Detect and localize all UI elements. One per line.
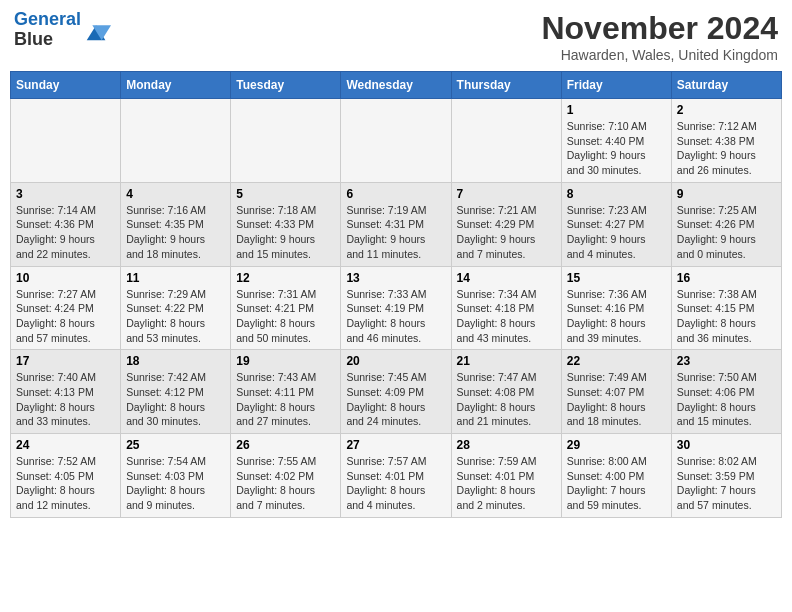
- day-info: Sunrise: 7:55 AM Sunset: 4:02 PM Dayligh…: [236, 454, 335, 513]
- subtitle: Hawarden, Wales, United Kingdom: [541, 47, 778, 63]
- day-info: Sunrise: 7:47 AM Sunset: 4:08 PM Dayligh…: [457, 370, 556, 429]
- calendar-cell: 7Sunrise: 7:21 AM Sunset: 4:29 PM Daylig…: [451, 182, 561, 266]
- day-number: 10: [16, 271, 115, 285]
- calendar-cell: [451, 99, 561, 183]
- day-info: Sunrise: 7:16 AM Sunset: 4:35 PM Dayligh…: [126, 203, 225, 262]
- calendar-cell: 13Sunrise: 7:33 AM Sunset: 4:19 PM Dayli…: [341, 266, 451, 350]
- calendar-body: 1Sunrise: 7:10 AM Sunset: 4:40 PM Daylig…: [11, 99, 782, 518]
- calendar-week-row: 1Sunrise: 7:10 AM Sunset: 4:40 PM Daylig…: [11, 99, 782, 183]
- day-number: 21: [457, 354, 556, 368]
- day-number: 5: [236, 187, 335, 201]
- calendar-cell: [341, 99, 451, 183]
- calendar-cell: 9Sunrise: 7:25 AM Sunset: 4:26 PM Daylig…: [671, 182, 781, 266]
- day-info: Sunrise: 7:23 AM Sunset: 4:27 PM Dayligh…: [567, 203, 666, 262]
- day-info: Sunrise: 7:50 AM Sunset: 4:06 PM Dayligh…: [677, 370, 776, 429]
- day-number: 19: [236, 354, 335, 368]
- weekday-header-cell: Sunday: [11, 72, 121, 99]
- calendar-cell: 25Sunrise: 7:54 AM Sunset: 4:03 PM Dayli…: [121, 434, 231, 518]
- day-info: Sunrise: 7:42 AM Sunset: 4:12 PM Dayligh…: [126, 370, 225, 429]
- calendar-cell: 8Sunrise: 7:23 AM Sunset: 4:27 PM Daylig…: [561, 182, 671, 266]
- calendar-week-row: 3Sunrise: 7:14 AM Sunset: 4:36 PM Daylig…: [11, 182, 782, 266]
- calendar-cell: 14Sunrise: 7:34 AM Sunset: 4:18 PM Dayli…: [451, 266, 561, 350]
- calendar-cell: 10Sunrise: 7:27 AM Sunset: 4:24 PM Dayli…: [11, 266, 121, 350]
- calendar-cell: 3Sunrise: 7:14 AM Sunset: 4:36 PM Daylig…: [11, 182, 121, 266]
- day-info: Sunrise: 7:38 AM Sunset: 4:15 PM Dayligh…: [677, 287, 776, 346]
- day-info: Sunrise: 7:27 AM Sunset: 4:24 PM Dayligh…: [16, 287, 115, 346]
- day-number: 11: [126, 271, 225, 285]
- calendar-cell: 24Sunrise: 7:52 AM Sunset: 4:05 PM Dayli…: [11, 434, 121, 518]
- calendar-cell: 27Sunrise: 7:57 AM Sunset: 4:01 PM Dayli…: [341, 434, 451, 518]
- day-number: 6: [346, 187, 445, 201]
- weekday-header-cell: Friday: [561, 72, 671, 99]
- logo-text: GeneralBlue: [14, 10, 81, 50]
- page-header: GeneralBlue November 2024 Hawarden, Wale…: [10, 10, 782, 63]
- day-info: Sunrise: 7:31 AM Sunset: 4:21 PM Dayligh…: [236, 287, 335, 346]
- main-title: November 2024: [541, 10, 778, 47]
- day-info: Sunrise: 8:02 AM Sunset: 3:59 PM Dayligh…: [677, 454, 776, 513]
- day-info: Sunrise: 7:34 AM Sunset: 4:18 PM Dayligh…: [457, 287, 556, 346]
- calendar-cell: [11, 99, 121, 183]
- calendar-cell: 5Sunrise: 7:18 AM Sunset: 4:33 PM Daylig…: [231, 182, 341, 266]
- title-block: November 2024 Hawarden, Wales, United Ki…: [541, 10, 778, 63]
- day-info: Sunrise: 7:52 AM Sunset: 4:05 PM Dayligh…: [16, 454, 115, 513]
- day-number: 1: [567, 103, 666, 117]
- day-info: Sunrise: 7:57 AM Sunset: 4:01 PM Dayligh…: [346, 454, 445, 513]
- calendar-cell: 4Sunrise: 7:16 AM Sunset: 4:35 PM Daylig…: [121, 182, 231, 266]
- calendar-cell: 28Sunrise: 7:59 AM Sunset: 4:01 PM Dayli…: [451, 434, 561, 518]
- day-number: 15: [567, 271, 666, 285]
- weekday-header-cell: Monday: [121, 72, 231, 99]
- day-number: 22: [567, 354, 666, 368]
- day-info: Sunrise: 7:25 AM Sunset: 4:26 PM Dayligh…: [677, 203, 776, 262]
- calendar-cell: 22Sunrise: 7:49 AM Sunset: 4:07 PM Dayli…: [561, 350, 671, 434]
- calendar-cell: 1Sunrise: 7:10 AM Sunset: 4:40 PM Daylig…: [561, 99, 671, 183]
- calendar-cell: 18Sunrise: 7:42 AM Sunset: 4:12 PM Dayli…: [121, 350, 231, 434]
- day-info: Sunrise: 7:19 AM Sunset: 4:31 PM Dayligh…: [346, 203, 445, 262]
- day-info: Sunrise: 7:49 AM Sunset: 4:07 PM Dayligh…: [567, 370, 666, 429]
- calendar-cell: 30Sunrise: 8:02 AM Sunset: 3:59 PM Dayli…: [671, 434, 781, 518]
- day-number: 2: [677, 103, 776, 117]
- day-number: 8: [567, 187, 666, 201]
- day-info: Sunrise: 7:29 AM Sunset: 4:22 PM Dayligh…: [126, 287, 225, 346]
- calendar-week-row: 17Sunrise: 7:40 AM Sunset: 4:13 PM Dayli…: [11, 350, 782, 434]
- weekday-header-cell: Thursday: [451, 72, 561, 99]
- day-info: Sunrise: 7:10 AM Sunset: 4:40 PM Dayligh…: [567, 119, 666, 178]
- day-number: 20: [346, 354, 445, 368]
- day-number: 16: [677, 271, 776, 285]
- day-number: 7: [457, 187, 556, 201]
- day-number: 30: [677, 438, 776, 452]
- calendar-cell: 21Sunrise: 7:47 AM Sunset: 4:08 PM Dayli…: [451, 350, 561, 434]
- weekday-header-cell: Saturday: [671, 72, 781, 99]
- calendar-cell: 29Sunrise: 8:00 AM Sunset: 4:00 PM Dayli…: [561, 434, 671, 518]
- day-number: 18: [126, 354, 225, 368]
- calendar-cell: 2Sunrise: 7:12 AM Sunset: 4:38 PM Daylig…: [671, 99, 781, 183]
- calendar-cell: 20Sunrise: 7:45 AM Sunset: 4:09 PM Dayli…: [341, 350, 451, 434]
- calendar-cell: 6Sunrise: 7:19 AM Sunset: 4:31 PM Daylig…: [341, 182, 451, 266]
- weekday-header-row: SundayMondayTuesdayWednesdayThursdayFrid…: [11, 72, 782, 99]
- day-info: Sunrise: 8:00 AM Sunset: 4:00 PM Dayligh…: [567, 454, 666, 513]
- calendar-week-row: 24Sunrise: 7:52 AM Sunset: 4:05 PM Dayli…: [11, 434, 782, 518]
- day-info: Sunrise: 7:59 AM Sunset: 4:01 PM Dayligh…: [457, 454, 556, 513]
- day-number: 14: [457, 271, 556, 285]
- day-info: Sunrise: 7:33 AM Sunset: 4:19 PM Dayligh…: [346, 287, 445, 346]
- day-number: 25: [126, 438, 225, 452]
- day-number: 27: [346, 438, 445, 452]
- day-info: Sunrise: 7:14 AM Sunset: 4:36 PM Dayligh…: [16, 203, 115, 262]
- day-info: Sunrise: 7:18 AM Sunset: 4:33 PM Dayligh…: [236, 203, 335, 262]
- weekday-header-cell: Tuesday: [231, 72, 341, 99]
- calendar-cell: 12Sunrise: 7:31 AM Sunset: 4:21 PM Dayli…: [231, 266, 341, 350]
- weekday-header-cell: Wednesday: [341, 72, 451, 99]
- day-number: 24: [16, 438, 115, 452]
- day-number: 3: [16, 187, 115, 201]
- day-number: 23: [677, 354, 776, 368]
- day-number: 26: [236, 438, 335, 452]
- calendar-cell: 15Sunrise: 7:36 AM Sunset: 4:16 PM Dayli…: [561, 266, 671, 350]
- day-info: Sunrise: 7:36 AM Sunset: 4:16 PM Dayligh…: [567, 287, 666, 346]
- day-info: Sunrise: 7:12 AM Sunset: 4:38 PM Dayligh…: [677, 119, 776, 178]
- day-number: 4: [126, 187, 225, 201]
- logo-icon: [83, 16, 111, 44]
- calendar-cell: 19Sunrise: 7:43 AM Sunset: 4:11 PM Dayli…: [231, 350, 341, 434]
- day-info: Sunrise: 7:21 AM Sunset: 4:29 PM Dayligh…: [457, 203, 556, 262]
- day-info: Sunrise: 7:43 AM Sunset: 4:11 PM Dayligh…: [236, 370, 335, 429]
- calendar-cell: [231, 99, 341, 183]
- day-info: Sunrise: 7:40 AM Sunset: 4:13 PM Dayligh…: [16, 370, 115, 429]
